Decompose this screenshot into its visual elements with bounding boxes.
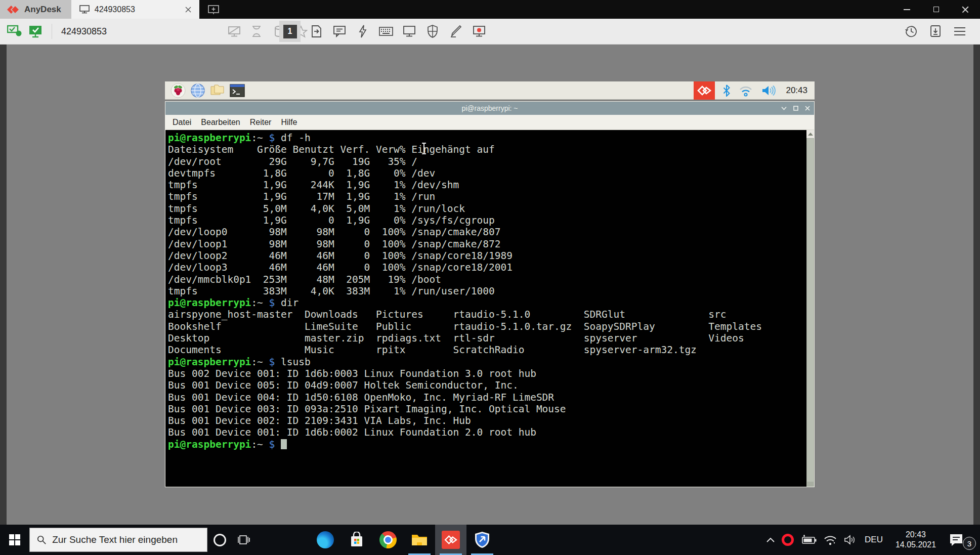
close-button[interactable] [951, 0, 980, 19]
pi-taskbar: 20:43 [165, 81, 815, 100]
terminal-line: Bus 001 Device 005: ID 04d9:0007 Holtek … [168, 379, 814, 391]
menu-item-reiter[interactable]: Reiter [250, 118, 272, 127]
input-control-status-icon[interactable] [7, 25, 22, 38]
address-book-button[interactable] [927, 22, 944, 40]
terminal-line: tmpfs 5,0M 4,0K 5,0M 1% /run/lock [168, 203, 814, 215]
battery-tray-icon[interactable] [800, 534, 817, 545]
monitor-icon [79, 5, 90, 14]
raspberry-pi-screen: 20:43 pi@raspberrypi: ~ [165, 81, 815, 487]
terminal-maximize-icon[interactable] [793, 106, 798, 111]
windows-taskbar: DEU 20:43 14.05.2021 3 [0, 525, 980, 555]
terminal-line: tmpfs 1,9G 17M 1,9G 1% /run [168, 191, 814, 202]
keyboard-settings-button[interactable] [378, 22, 394, 40]
raspberry-menu-button[interactable] [170, 83, 186, 98]
session-tab[interactable]: 424930853 [71, 0, 199, 19]
taskbar-chrome-button[interactable] [372, 525, 404, 555]
bluetooth-icon[interactable] [723, 84, 730, 97]
taskbar-date: 14.05.2021 [889, 540, 942, 550]
file-transfer-button[interactable] [308, 22, 324, 40]
opera-tray-icon[interactable] [782, 534, 794, 546]
permissions-shield-button[interactable] [424, 22, 441, 40]
file-manager-button[interactable] [209, 83, 226, 98]
session-id-label: 424930853 [61, 26, 107, 37]
terminal-line: Desktop master.zip rpdiags.txt rtl-sdr s… [168, 332, 814, 344]
task-view-button[interactable] [232, 525, 256, 555]
system-tray: DEU 20:43 14.05.2021 3 [766, 525, 980, 555]
terminal-line: airspyone_host-master Downloads Pictures… [168, 309, 814, 320]
terminal-line: Bus 001 Device 003: ID 093a:2510 Pixart … [168, 403, 814, 415]
menu-item-hilfe[interactable]: Hilfe [281, 118, 297, 127]
terminal-line: Bus 001 Device 001: ID 1d6b:0002 Linux F… [168, 426, 814, 438]
terminal-output[interactable]: pi@raspberrypi:~ $ df -hDateisystem Größ… [165, 130, 814, 487]
whiteboard-pen-button[interactable] [448, 22, 464, 40]
taskbar-search[interactable] [29, 528, 207, 552]
session-status-icon[interactable] [28, 25, 42, 38]
store-icon [349, 532, 365, 548]
restore-icon [933, 7, 939, 12]
terminal-line: pi@raspberrypi:~ $ df -h [168, 132, 814, 144]
search-icon [37, 535, 46, 545]
tab-close-icon[interactable] [185, 7, 191, 13]
terminal-line: /dev/loop3 46M 46M 0 100% /snap/core18/2… [168, 262, 814, 273]
volume-icon[interactable] [761, 84, 778, 97]
terminal-line: /dev/mmcblk0p1 253M 48M 205M 19% /boot [168, 274, 814, 285]
hourglass-icon [248, 22, 265, 40]
restore-button[interactable] [921, 0, 951, 19]
terminal-line: tmpfs 1,9G 244K 1,9G 1% /dev/shm [168, 179, 814, 191]
menu-item-datei[interactable]: Datei [173, 118, 191, 127]
tray-expand-chevron-icon[interactable] [766, 537, 775, 543]
terminal-button[interactable] [229, 83, 245, 98]
notification-center-button[interactable]: 3 [949, 525, 976, 555]
app-name: AnyDesk [24, 5, 61, 15]
taskbar-remote-app-button[interactable] [466, 525, 498, 555]
record-session-button[interactable] [471, 22, 487, 40]
taskbar-store-button[interactable] [341, 525, 372, 555]
chat-button[interactable] [331, 22, 348, 40]
remote-desktop-viewport[interactable]: 20:43 pi@raspberrypi: ~ [0, 45, 980, 525]
terminal-scrollbar[interactable] [806, 130, 814, 487]
search-input[interactable] [52, 534, 200, 545]
anydesk-tray-icon[interactable] [694, 81, 715, 100]
anydesk-brand: AnyDesk [0, 0, 71, 19]
remote-app-icon [474, 531, 490, 548]
terminal-close-icon[interactable] [805, 106, 810, 111]
menu-item-bearbeiten[interactable]: Bearbeiten [201, 118, 240, 127]
taskbar-edge-button[interactable] [310, 525, 341, 555]
terminal-line: /dev/root 29G 9,7G 19G 35% / [168, 156, 814, 167]
close-icon [962, 6, 969, 13]
minimize-button[interactable] [892, 0, 921, 19]
taskbar-explorer-button[interactable] [404, 525, 435, 555]
terminal-line: /dev/loop2 46M 46M 0 100% /snap/core18/1… [168, 250, 814, 262]
anydesk-taskbar-icon [442, 531, 460, 549]
network-tray-icon[interactable] [823, 534, 837, 545]
keyboard-language-button[interactable]: DEU [865, 535, 883, 545]
monitor-select-button[interactable]: 1 [279, 21, 301, 42]
terminal-line: devtmpfs 1,8G 0 1,8G 0% /dev [168, 167, 814, 179]
terminal-shade-icon[interactable] [781, 106, 787, 110]
cortana-button[interactable] [207, 525, 232, 555]
new-session-tab-button[interactable] [207, 0, 220, 19]
taskbar-anydesk-button[interactable] [435, 525, 466, 555]
minimize-icon [904, 9, 910, 10]
anydesk-toolbar: 424930853 [0, 19, 980, 45]
menu-hamburger-button[interactable] [952, 22, 968, 40]
history-button[interactable] [903, 22, 919, 40]
notification-icon [949, 533, 964, 547]
terminal-titlebar[interactable]: pi@raspberrypi: ~ [165, 102, 814, 115]
volume-tray-icon[interactable] [844, 534, 858, 545]
monitor-number: 1 [283, 25, 297, 38]
web-browser-button[interactable] [190, 83, 206, 98]
pi-clock[interactable]: 20:43 [786, 86, 809, 96]
display-settings-button[interactable] [401, 22, 417, 40]
terminal-line: tmpfs 1,9G 0 1,9G 0% /sys/fs/cgroup [168, 215, 814, 226]
file-explorer-icon [411, 532, 428, 547]
task-view-icon [237, 534, 250, 546]
scroll-up-arrow-icon[interactable] [806, 130, 814, 138]
actions-lightning-button[interactable] [355, 22, 371, 40]
start-button[interactable] [0, 525, 29, 555]
taskbar-clock[interactable]: 20:43 14.05.2021 [889, 530, 942, 550]
terminal-cursor [281, 439, 287, 449]
taskbar-apps [310, 525, 498, 555]
scrollbar-thumb[interactable] [807, 139, 814, 482]
wifi-icon[interactable] [738, 84, 753, 97]
